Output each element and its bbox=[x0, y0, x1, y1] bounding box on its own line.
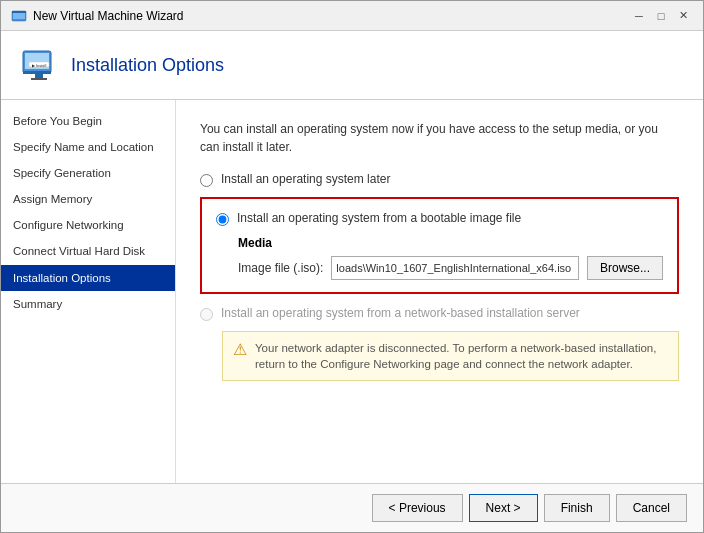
sidebar-item-connect-vhd[interactable]: Connect Virtual Hard Disk bbox=[1, 238, 175, 264]
sidebar-item-specify-name[interactable]: Specify Name and Location bbox=[1, 134, 175, 160]
sidebar-item-summary[interactable]: Summary bbox=[1, 291, 175, 317]
next-button[interactable]: Next > bbox=[469, 494, 538, 522]
sidebar-item-specify-generation[interactable]: Specify Generation bbox=[1, 160, 175, 186]
previous-button[interactable]: < Previous bbox=[372, 494, 463, 522]
option-bootable-label[interactable]: Install an operating system from a boota… bbox=[237, 211, 521, 225]
option-bootable-radio[interactable] bbox=[216, 213, 229, 226]
maximize-button[interactable]: □ bbox=[651, 6, 671, 26]
sidebar-item-configure-networking[interactable]: Configure Networking bbox=[1, 212, 175, 238]
footer: < Previous Next > Finish Cancel bbox=[1, 483, 703, 532]
main-panel: You can install an operating system now … bbox=[176, 100, 703, 483]
warning-box: ⚠ Your network adapter is disconnected. … bbox=[222, 331, 679, 381]
option-bootable-section: Install an operating system from a boota… bbox=[200, 197, 679, 294]
option-install-later-radio[interactable] bbox=[200, 174, 213, 187]
cancel-button[interactable]: Cancel bbox=[616, 494, 687, 522]
option-network-row: Install an operating system from a netwo… bbox=[200, 306, 679, 321]
sidebar: Before You Begin Specify Name and Locati… bbox=[1, 100, 176, 483]
option-install-later-row: Install an operating system later bbox=[200, 172, 679, 187]
media-section: Media Image file (.iso): Browse... bbox=[238, 236, 663, 280]
network-install-section: Install an operating system from a netwo… bbox=[200, 306, 679, 381]
header-section: ▶ Install Installation Options bbox=[1, 31, 703, 100]
content-area: Before You Begin Specify Name and Locati… bbox=[1, 100, 703, 483]
sidebar-item-installation-options[interactable]: Installation Options bbox=[1, 265, 175, 291]
option-network-label: Install an operating system from a netwo… bbox=[221, 306, 580, 320]
header-title: Installation Options bbox=[71, 55, 224, 76]
svg-rect-5 bbox=[23, 71, 51, 74]
svg-rect-2 bbox=[12, 11, 26, 13]
svg-text:▶ Install: ▶ Install bbox=[32, 63, 47, 68]
svg-rect-7 bbox=[31, 78, 47, 80]
finish-button[interactable]: Finish bbox=[544, 494, 610, 522]
minimize-button[interactable]: ─ bbox=[629, 6, 649, 26]
window-icon bbox=[11, 8, 27, 24]
warning-icon: ⚠ bbox=[233, 340, 247, 359]
wizard-window: New Virtual Machine Wizard ─ □ ✕ ▶ Insta… bbox=[0, 0, 704, 533]
svg-rect-6 bbox=[35, 74, 43, 78]
browse-button[interactable]: Browse... bbox=[587, 256, 663, 280]
svg-rect-1 bbox=[13, 13, 25, 19]
title-bar-controls: ─ □ ✕ bbox=[629, 6, 693, 26]
sidebar-item-assign-memory[interactable]: Assign Memory bbox=[1, 186, 175, 212]
image-file-input[interactable] bbox=[331, 256, 579, 280]
image-file-row: Image file (.iso): Browse... bbox=[238, 256, 663, 280]
option-bootable-row: Install an operating system from a boota… bbox=[216, 211, 663, 226]
window-title: New Virtual Machine Wizard bbox=[33, 9, 184, 23]
warning-text: Your network adapter is disconnected. To… bbox=[255, 340, 668, 372]
option-install-later-label[interactable]: Install an operating system later bbox=[221, 172, 390, 186]
image-file-label: Image file (.iso): bbox=[238, 261, 323, 275]
sidebar-item-before-you-begin[interactable]: Before You Begin bbox=[1, 108, 175, 134]
media-label: Media bbox=[238, 236, 663, 250]
intro-text: You can install an operating system now … bbox=[200, 120, 679, 156]
close-button[interactable]: ✕ bbox=[673, 6, 693, 26]
installation-options-icon: ▶ Install bbox=[21, 47, 57, 83]
title-bar: New Virtual Machine Wizard ─ □ ✕ bbox=[1, 1, 703, 31]
option-network-radio bbox=[200, 308, 213, 321]
